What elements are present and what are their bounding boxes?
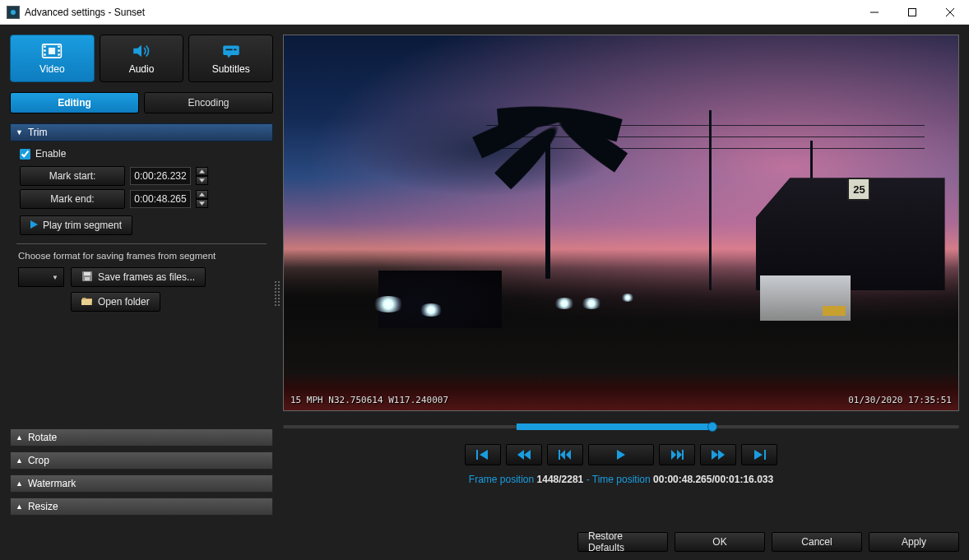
left-panel: Video Audio Subtitles Editing <box>10 35 273 516</box>
svg-marker-17 <box>199 192 205 196</box>
minimize-button[interactable] <box>855 0 893 25</box>
svg-marker-19 <box>30 220 38 229</box>
section-watermark-header[interactable]: ▲Watermark <box>10 474 273 493</box>
panel-resize-handle[interactable] <box>275 281 280 306</box>
chevron-down-icon: ▼ <box>52 274 58 281</box>
open-folder-button[interactable]: Open folder <box>71 292 160 312</box>
mark-end-button[interactable]: Mark end: <box>20 189 125 209</box>
section-trim-header[interactable]: ▼ Trim <box>10 123 273 141</box>
go-end-button[interactable] <box>741 444 777 465</box>
tab-audio-label: Audio <box>129 63 155 75</box>
svg-marker-26 <box>524 450 531 460</box>
subtab-editing[interactable]: Editing <box>10 92 139 113</box>
svg-marker-10 <box>133 44 141 57</box>
timeline-thumb[interactable] <box>707 422 717 432</box>
enable-trim-checkbox[interactable] <box>20 149 30 160</box>
chevron-down-icon: ▼ <box>16 128 23 137</box>
tab-video[interactable]: Video <box>10 35 95 82</box>
window-title: Advanced settings - Sunset <box>25 7 855 18</box>
svg-rect-21 <box>84 272 90 275</box>
time-position-label: Time position <box>592 474 651 485</box>
section-crop-header[interactable]: ▲Crop <box>10 451 273 470</box>
prev-frame-button[interactable] <box>547 444 583 465</box>
play-trim-label: Play trim segment <box>43 220 122 231</box>
overlay-left-text: 15 MPH N32.750614 W117.240007 <box>290 395 448 405</box>
titlebar: Advanced settings - Sunset <box>0 0 969 25</box>
play-trim-segment-button[interactable]: Play trim segment <box>20 215 132 235</box>
video-preview[interactable]: 25 15 MPH N32.750614 W117.240007 01/30/2… <box>283 35 959 411</box>
save-frames-label: Save frames as files... <box>98 271 195 283</box>
mark-end-value[interactable]: 0:00:48.265 <box>130 190 191 208</box>
timeline-slider[interactable] <box>283 421 959 433</box>
svg-marker-25 <box>517 450 524 460</box>
svg-marker-35 <box>718 450 725 460</box>
fast-forward-button[interactable] <box>700 444 736 465</box>
save-frames-help: Choose format for saving frames from seg… <box>18 251 268 261</box>
svg-marker-34 <box>712 450 718 460</box>
svg-rect-8 <box>58 49 60 51</box>
chevron-up-icon: ▲ <box>16 433 23 442</box>
svg-rect-37 <box>764 450 766 460</box>
svg-marker-29 <box>566 450 571 460</box>
film-icon <box>41 43 63 62</box>
maximize-button[interactable] <box>893 0 931 25</box>
app-icon <box>7 6 20 19</box>
svg-marker-31 <box>671 450 676 460</box>
tab-video-label: Video <box>39 63 64 75</box>
svg-marker-15 <box>199 169 205 173</box>
next-frame-button[interactable] <box>659 444 695 465</box>
section-trim-label: Trim <box>28 127 48 138</box>
right-panel: 25 15 MPH N32.750614 W117.240007 01/30/2… <box>283 35 959 516</box>
speaker-icon <box>131 43 152 62</box>
subtitles-icon <box>220 43 242 62</box>
cancel-button[interactable]: Cancel <box>772 532 862 552</box>
chevron-up-icon: ▲ <box>16 479 23 488</box>
mark-start-spinner[interactable] <box>196 167 208 185</box>
spin-down-icon[interactable] <box>196 176 208 185</box>
close-button[interactable] <box>931 0 969 25</box>
spin-down-icon[interactable] <box>196 199 208 208</box>
mark-start-value[interactable]: 0:00:26.232 <box>130 167 191 185</box>
chevron-up-icon: ▲ <box>16 456 23 465</box>
restore-defaults-button[interactable]: Restore Defaults <box>577 532 668 552</box>
play-icon <box>30 220 38 231</box>
save-frames-button[interactable]: Save frames as files... <box>71 267 206 287</box>
svg-rect-7 <box>58 45 60 47</box>
open-folder-label: Open folder <box>98 296 150 308</box>
save-icon <box>81 271 93 285</box>
speed-sign: 25 <box>847 178 870 201</box>
position-readout: Frame position 1448/2281 - Time position… <box>283 474 959 485</box>
frame-format-dropdown[interactable]: ▼ <box>18 267 64 287</box>
section-resize-header[interactable]: ▲Resize <box>10 498 273 516</box>
mark-start-button[interactable]: Mark start: <box>20 166 125 186</box>
spin-up-icon[interactable] <box>196 167 208 176</box>
svg-rect-13 <box>234 49 236 50</box>
go-start-button[interactable] <box>465 444 501 465</box>
svg-rect-4 <box>44 45 46 47</box>
svg-rect-9 <box>58 53 60 55</box>
svg-marker-30 <box>617 450 625 460</box>
tab-subtitles[interactable]: Subtitles <box>188 35 273 82</box>
mark-end-spinner[interactable] <box>196 190 208 208</box>
subtab-encoding[interactable]: Encoding <box>144 92 273 113</box>
ok-button[interactable]: OK <box>675 532 765 552</box>
svg-rect-6 <box>44 53 46 55</box>
svg-rect-5 <box>44 49 46 51</box>
folder-icon <box>81 296 93 308</box>
spin-up-icon[interactable] <box>196 190 208 199</box>
frame-position-value: 1448/2281 <box>537 474 584 485</box>
rewind-button[interactable] <box>506 444 542 465</box>
apply-button[interactable]: Apply <box>869 532 959 552</box>
section-rotate-header[interactable]: ▲Rotate <box>10 428 273 447</box>
time-position-value: 00:00:48.265/00:01:16.033 <box>653 474 773 485</box>
play-button[interactable] <box>588 444 654 465</box>
svg-rect-22 <box>85 277 90 280</box>
enable-trim-label: Enable <box>35 148 66 160</box>
enable-trim-row[interactable]: Enable <box>20 148 268 160</box>
chevron-up-icon: ▲ <box>16 502 23 511</box>
svg-rect-33 <box>682 450 684 460</box>
transport-controls <box>283 444 959 465</box>
tab-audio[interactable]: Audio <box>100 35 184 82</box>
svg-marker-18 <box>199 201 205 205</box>
section-trim-body: Enable Mark start: 0:00:26.232 Mark end: <box>10 141 273 320</box>
